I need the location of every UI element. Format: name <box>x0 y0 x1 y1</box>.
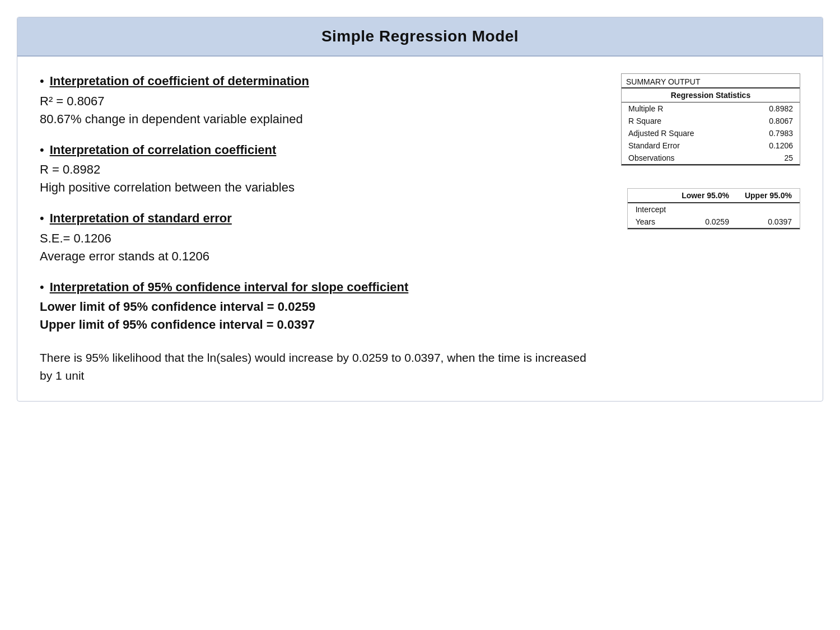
summary-row-2: Adjusted R Square0.7983 <box>622 127 800 139</box>
summary-row-0: Multiple R0.8982 <box>622 102 800 115</box>
std-error-desc: Average error stands at 0.1206 <box>40 249 599 264</box>
header: Simple Regression Model <box>17 17 823 57</box>
bullet-title-2: Interpretation of correlation coefficien… <box>50 142 277 158</box>
summary-row-4: Observations25 <box>622 152 800 165</box>
bullet-heading-4: • Interpretation of 95% confidence inter… <box>40 279 599 296</box>
regression-statistics-table: Regression Statistics Multiple R0.8982R … <box>622 87 800 165</box>
bullet-title-1: Interpretation of coefficient of determi… <box>50 73 309 90</box>
ci-row-upper-1: 0.0397 <box>737 216 800 228</box>
section-coeff-determination: • Interpretation of coefficient of deter… <box>40 73 599 127</box>
content-area: • Interpretation of coefficient of deter… <box>17 57 823 401</box>
summary-row-label-3: Standard Error <box>622 139 743 152</box>
page-container: Simple Regression Model • Interpretation… <box>17 17 823 402</box>
ci-row-lower-0 <box>674 203 737 216</box>
ci-table: Lower 95.0%Upper 95.0% InterceptYears0.0… <box>628 189 800 229</box>
section-corr-coeff: • Interpretation of correlation coeffici… <box>40 142 599 195</box>
bullet-dot-1: • <box>40 73 44 90</box>
bullet-dot-3: • <box>40 211 44 227</box>
section-std-error: • Interpretation of standard error S.E.=… <box>40 211 599 264</box>
ci-lower-line: Lower limit of 95% confidence interval =… <box>40 300 599 314</box>
regression-stats-header: Regression Statistics <box>622 88 800 102</box>
ci-header-0 <box>628 189 674 203</box>
ci-row-label-0: Intercept <box>628 203 674 216</box>
page-title: Simple Regression Model <box>321 27 519 45</box>
ci-upper-line: Upper limit of 95% confidence interval =… <box>40 318 599 332</box>
summary-row-value-4: 25 <box>743 152 800 165</box>
right-column: SUMMARY OUTPUT Regression Statistics Mul… <box>621 73 800 230</box>
std-error-value: S.E.= 0.1206 <box>40 231 599 246</box>
ci-row-upper-0 <box>737 203 800 216</box>
section-ci-slope: • Interpretation of 95% confidence inter… <box>40 279 599 333</box>
summary-row-value-3: 0.1206 <box>743 139 800 152</box>
summary-output-table: SUMMARY OUTPUT Regression Statistics Mul… <box>621 73 800 166</box>
ci-row-label-1: Years <box>628 216 674 228</box>
bullet-dot-4: • <box>40 279 44 296</box>
bullet-title-3: Interpretation of standard error <box>50 211 232 227</box>
summary-row-value-2: 0.7983 <box>743 127 800 139</box>
coeff-det-desc: 80.67% change in dependent variable expl… <box>40 112 599 127</box>
bullet-title-4: Interpretation of 95% confidence interva… <box>50 279 409 296</box>
ci-row-1: Years0.02590.0397 <box>628 216 800 228</box>
ci-header-2: Upper 95.0% <box>737 189 800 203</box>
bullet-heading-2: • Interpretation of correlation coeffici… <box>40 142 599 158</box>
footer-text: There is 95% likelihood that the ln(sale… <box>40 349 599 384</box>
summary-row-label-0: Multiple R <box>622 102 743 115</box>
summary-row-label-2: Adjusted R Square <box>622 127 743 139</box>
coeff-det-value: R² = 0.8067 <box>40 94 599 109</box>
summary-row-3: Standard Error0.1206 <box>622 139 800 152</box>
ci-row-0: Intercept <box>628 203 800 216</box>
summary-row-value-1: 0.8067 <box>743 115 800 127</box>
corr-coeff-desc: High positive correlation between the va… <box>40 180 599 195</box>
bullet-heading-1: • Interpretation of coefficient of deter… <box>40 73 599 90</box>
summary-row-label-4: Observations <box>622 152 743 165</box>
ci-table-wrapper: Lower 95.0%Upper 95.0% InterceptYears0.0… <box>627 188 800 230</box>
bullet-heading-3: • Interpretation of standard error <box>40 211 599 227</box>
summary-row-value-0: 0.8982 <box>743 102 800 115</box>
corr-coeff-value: R = 0.8982 <box>40 162 599 177</box>
ci-header-1: Lower 95.0% <box>674 189 737 203</box>
ci-row-lower-1: 0.0259 <box>674 216 737 228</box>
summary-output-label: SUMMARY OUTPUT <box>622 74 800 87</box>
left-column: • Interpretation of coefficient of deter… <box>40 73 599 384</box>
summary-row-1: R Square0.8067 <box>622 115 800 127</box>
bullet-dot-2: • <box>40 142 44 158</box>
summary-row-label-1: R Square <box>622 115 743 127</box>
